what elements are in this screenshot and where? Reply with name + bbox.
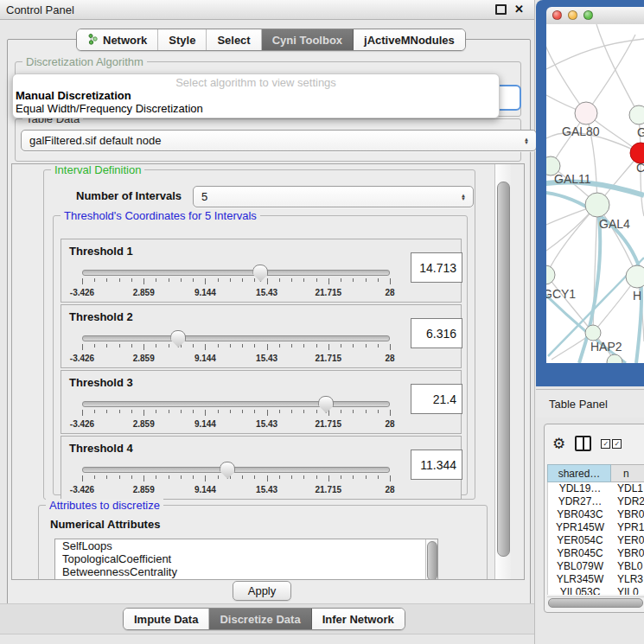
column-header-shared-name[interactable]: shared… (547, 464, 611, 482)
network-node-HAP2[interactable] (585, 325, 601, 341)
slider-knob[interactable] (220, 462, 235, 479)
num-intervals-combobox[interactable]: 5 ▲▼ (193, 186, 474, 207)
network-node-GAL4[interactable] (585, 193, 609, 217)
table-row[interactable]: YBL079WYBL0 (548, 560, 644, 573)
settings-scrollpane: Interval Definition Number of Intervals … (11, 163, 525, 580)
network-node-H-node[interactable] (626, 265, 644, 288)
gear-icon[interactable]: ⚙ (552, 437, 565, 451)
tab-network[interactable]: Network (77, 29, 158, 50)
close-traffic-light[interactable] (552, 10, 562, 20)
algorithm-option-manual[interactable]: Manual Discretization (13, 89, 499, 102)
close-icon[interactable]: ✕ (514, 5, 524, 14)
tab-select[interactable]: Select (207, 29, 261, 50)
tab-cyni-toolbox[interactable]: Cyni Toolbox (262, 29, 354, 50)
slider-track[interactable] (82, 270, 390, 276)
table-horizontal-scrollbar[interactable] (547, 596, 644, 608)
attribute-list-item[interactable]: BetweennessCentrality (55, 565, 437, 578)
threshold-slider[interactable]: -3.4262.8599.14415.4321.71528 (79, 265, 393, 300)
minimize-traffic-light[interactable] (568, 10, 577, 20)
column-header-name[interactable]: n (611, 464, 644, 482)
minor-tick (291, 278, 292, 282)
tick-label: 21.715 (316, 485, 342, 494)
network-edge[interactable] (546, 39, 644, 69)
table-row[interactable]: YPR145WYPR1 (548, 521, 644, 534)
minor-tick (316, 278, 317, 282)
scrollbar-thumb[interactable] (497, 182, 510, 557)
minor-tick (341, 475, 341, 479)
slider-track[interactable] (82, 401, 390, 407)
network-node-GAL80[interactable] (575, 102, 597, 124)
slider-knob[interactable] (318, 396, 334, 413)
attribute-list-item[interactable]: SelfLoops (55, 539, 437, 552)
minor-tick (341, 410, 341, 413)
tab-impute-data[interactable]: Impute Data (124, 609, 209, 629)
threshold-value-field[interactable]: 14.713 (411, 252, 462, 283)
tab-label: jActiveMNodules (364, 34, 455, 47)
apply-button[interactable]: Apply (233, 581, 291, 601)
network-edge[interactable] (596, 24, 639, 115)
table-header-row: shared… n (547, 464, 644, 482)
threshold-label: Threshold 3 (69, 376, 133, 389)
tab-infer-network[interactable]: Infer Network (312, 609, 405, 629)
table-row[interactable]: YLR345WYLR3 (548, 573, 644, 586)
threshold-value-field[interactable]: 11.344 (411, 450, 462, 480)
tab-discretize-data[interactable]: Discretize Data (209, 609, 311, 629)
table-body[interactable]: YDL19…YDL1YDR27…YDR2YBR043CYBR0YPR145WYP… (547, 482, 644, 595)
zoom-traffic-light[interactable] (583, 10, 593, 20)
network-node-GCY1[interactable] (546, 265, 555, 284)
network-edge[interactable] (546, 205, 597, 275)
table-row[interactable]: YIL053CYIL0 (548, 586, 644, 595)
numerical-attributes-list[interactable]: SelfLoopsTopologicalCoefficientBetweenne… (54, 539, 438, 580)
minor-tick (94, 410, 95, 413)
minor-tick (106, 475, 107, 479)
minor-tick (353, 278, 354, 282)
algorithm-option-equal-width[interactable]: Equal Width/Frequency Discretization (13, 102, 499, 115)
major-tick (267, 475, 268, 481)
slider-knob[interactable] (170, 330, 186, 348)
minor-tick (230, 278, 231, 282)
threshold-value-field[interactable]: 21.4 (411, 384, 462, 414)
cell-shared-name: YBL079W (548, 560, 612, 573)
major-tick (143, 278, 144, 284)
minor-tick (181, 410, 182, 413)
tab-label: Impute Data (134, 613, 198, 626)
slider-track[interactable] (82, 335, 390, 341)
tab-style[interactable]: Style (158, 29, 207, 50)
tab-jactivemnodules[interactable]: jActiveMNodules (354, 29, 465, 50)
threshold-slider[interactable]: -3.4262.8599.14415.4321.71528 (79, 462, 393, 497)
table-row[interactable]: YBR045CYBR0 (548, 547, 644, 560)
settings-scrollbar[interactable] (494, 164, 511, 579)
minor-tick (366, 344, 367, 348)
cell-name: YBL0 (612, 560, 644, 573)
minor-tick (193, 410, 194, 413)
split-view-icon[interactable] (575, 436, 591, 451)
network-edge[interactable] (586, 35, 635, 113)
attribute-list-item[interactable]: TopologicalCoefficient (55, 552, 437, 565)
table-data-combobox[interactable]: galFiltered.sif default node ▲▼ (21, 130, 537, 151)
select-columns-icon[interactable]: ✓✓ (601, 439, 622, 449)
table-row[interactable]: YER054CYER0 (548, 534, 644, 547)
minor-tick (303, 475, 304, 479)
float-window-icon[interactable] (495, 4, 507, 15)
table-row[interactable]: YBR043CYBR0 (548, 508, 644, 521)
network-node-node-top-right[interactable] (629, 105, 644, 124)
list-scrollbar[interactable] (425, 539, 437, 580)
minor-tick (242, 344, 243, 348)
table-row[interactable]: YDL19…YDL1 (548, 482, 644, 495)
network-node-node-bottom[interactable] (607, 354, 622, 363)
tick-label: 15.43 (256, 354, 277, 363)
major-tick (143, 410, 144, 416)
network-canvas[interactable]: GAL80GACGAL11GAL4GCY1HHAP2 (546, 24, 644, 363)
minor-tick (106, 410, 107, 413)
threshold-slider[interactable]: -3.4262.8599.14415.4321.71528 (79, 397, 393, 431)
threshold-value-field[interactable]: 6.316 (411, 318, 462, 348)
threshold-slider[interactable]: -3.4262.8599.14415.4321.71528 (79, 331, 393, 366)
tick-label: 9.144 (194, 354, 216, 363)
slider-track[interactable] (82, 467, 390, 473)
table-row[interactable]: YDR27…YDR2 (548, 495, 644, 508)
scrollbar-thumb[interactable] (548, 598, 643, 608)
minor-tick (156, 475, 156, 479)
minor-tick (303, 278, 304, 282)
network-window-titlebar[interactable] (546, 7, 644, 25)
major-tick (328, 475, 329, 481)
